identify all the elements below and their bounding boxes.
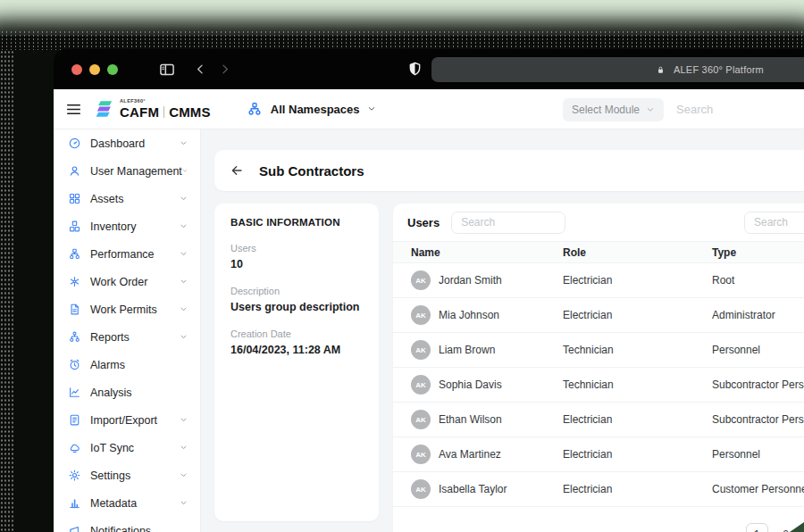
- sidebar-item[interactable]: Metadata: [54, 489, 200, 517]
- work-order-icon: [68, 275, 81, 288]
- table-header-row: Name Role Type: [393, 241, 804, 263]
- sidebar-item[interactable]: Work Permits: [54, 295, 200, 323]
- user-name: Mia Johnson: [439, 309, 499, 321]
- sidebar-item-label: Assets: [90, 193, 124, 205]
- chevron-down-icon: [180, 333, 188, 341]
- analysis-icon: [68, 386, 81, 399]
- traffic-lights: [71, 64, 118, 75]
- sidebar-item[interactable]: Work Order: [54, 268, 200, 295]
- performance-icon: [68, 247, 81, 261]
- table-row[interactable]: AK Isabella Taylor Electrician Customer …: [393, 472, 804, 507]
- sidebar-item-label: Notifications: [90, 525, 151, 532]
- avatar: AK: [411, 479, 431, 499]
- pagination-page-button[interactable]: 1: [746, 523, 768, 532]
- sidebar-item[interactable]: Assets: [54, 185, 200, 212]
- info-field: Users 10: [230, 243, 366, 270]
- user-name: Ethan Wilson: [439, 413, 502, 426]
- basic-information-card: BASIC INFORMATION Users 10 Description U…: [214, 204, 379, 521]
- info-field-label: Users: [230, 243, 366, 254]
- table-row[interactable]: AK Sophia Davis Technician Subcontractor…: [393, 368, 804, 403]
- notifications-icon: [68, 524, 81, 532]
- sidebar-item-label: Settings: [90, 470, 130, 482]
- corner-decoration: [790, 522, 804, 532]
- user-type: Personnel: [712, 344, 804, 356]
- avatar: AK: [411, 445, 431, 464]
- brand-small-label: ALEF360°: [120, 99, 211, 104]
- sidebar-item[interactable]: Reports: [54, 323, 200, 351]
- table-row[interactable]: AK Mia Johnson Electrician Administrator: [393, 298, 804, 333]
- sidebar-item[interactable]: Inventory: [54, 212, 200, 240]
- column-header-role: Role: [563, 246, 712, 259]
- chevron-down-icon: [367, 104, 376, 113]
- users-search-input-right[interactable]: [744, 212, 804, 234]
- maximize-window-button[interactable]: [107, 64, 118, 75]
- sidebar-item[interactable]: Analysis: [54, 378, 200, 406]
- chevron-down-icon: [646, 105, 655, 114]
- chevron-down-icon: [180, 250, 188, 258]
- sidebar-item-label: Work Order: [90, 276, 147, 288]
- users-search-input[interactable]: [451, 212, 565, 234]
- settings-icon: [68, 469, 81, 482]
- user-role: Electrician: [563, 483, 712, 495]
- table-row[interactable]: AK Liam Brown Technician Personnel: [393, 333, 804, 368]
- page-header-card: Sub Contractors: [214, 150, 804, 191]
- sidebar-item[interactable]: Alarms: [54, 351, 200, 378]
- namespace-selector[interactable]: All Namespaces: [247, 101, 376, 117]
- column-header-name: Name: [411, 246, 563, 259]
- chevron-down-icon: [180, 195, 188, 203]
- chevron-down-icon: [180, 139, 188, 147]
- brand-primary-label: CAFM: [120, 105, 159, 119]
- sidebar-item[interactable]: Import/Export: [54, 406, 200, 434]
- brand-logo[interactable]: ALEF360° CAFM CMMS: [93, 98, 211, 121]
- users-table-card: Users Name Role Type: [393, 204, 804, 532]
- user-type: Subcontractor Personnel: [712, 413, 804, 426]
- sidebar-item-label: Work Permits: [90, 303, 157, 316]
- user-type: Root: [712, 274, 804, 287]
- user-name: Ava Martinez: [439, 448, 501, 461]
- user-type: Customer Personnel: [712, 483, 804, 495]
- shield-icon[interactable]: [406, 61, 423, 78]
- table-row[interactable]: AK Jordan Smith Electrician Root: [393, 263, 804, 298]
- close-window-button[interactable]: [71, 64, 82, 75]
- back-arrow-icon[interactable]: [230, 163, 244, 178]
- basic-information-title: BASIC INFORMATION: [230, 217, 366, 228]
- browser-back-icon[interactable]: [194, 62, 207, 76]
- sidebar-item-label: Metadata: [90, 497, 137, 510]
- sidebar-item[interactable]: IoT Sync: [54, 434, 200, 461]
- sidebar-item[interactable]: User Management: [54, 157, 200, 185]
- browser-forward-icon[interactable]: [218, 62, 231, 76]
- browser-sidebar-toggle-icon[interactable]: [158, 61, 176, 79]
- chevron-down-icon: [180, 305, 188, 313]
- hamburger-menu-icon[interactable]: [65, 101, 82, 118]
- user-name: Sophia Davis: [439, 378, 502, 391]
- global-search-input[interactable]: [664, 96, 804, 123]
- minimize-window-button[interactable]: [89, 64, 100, 75]
- avatar: AK: [411, 270, 431, 290]
- sidebar-item[interactable]: Dashboard: [54, 129, 200, 157]
- chevron-down-icon: [180, 471, 188, 479]
- chevron-down-icon: [180, 416, 188, 424]
- table-row[interactable]: AK Ava Martinez Electrician Personnel: [393, 437, 804, 472]
- sidebar-item[interactable]: Settings: [54, 461, 200, 489]
- namespace-label: All Namespaces: [271, 103, 360, 116]
- sidebar-item-label: Alarms: [90, 359, 125, 371]
- sidebar-item[interactable]: Performance: [54, 240, 200, 268]
- sidebar-nav: Dashboard User Management Assets Invento…: [54, 129, 201, 532]
- main-content: Sub Contractors BASIC INFORMATION Users …: [201, 129, 804, 532]
- inventory-icon: [68, 220, 81, 233]
- avatar: AK: [411, 410, 431, 429]
- user-type: Administrator: [712, 309, 804, 321]
- sidebar-item-label: Inventory: [90, 220, 136, 233]
- sidebar-item-label: Dashboard: [90, 137, 145, 150]
- sidebar-item[interactable]: Notifications: [54, 517, 200, 532]
- pagination-prev-icon[interactable]: ‹: [728, 528, 733, 532]
- address-bar[interactable]: ALEF 360° Platform: [431, 57, 804, 82]
- hierarchy-icon: [247, 101, 263, 117]
- browser-titlebar: ALEF 360° Platform: [54, 49, 804, 89]
- module-select-dropdown[interactable]: Select Module: [563, 98, 664, 121]
- app-header: ALEF360° CAFM CMMS All Namespaces Select…: [54, 89, 804, 129]
- user-name: Jordan Smith: [439, 274, 502, 287]
- layers-logo-icon: [93, 98, 116, 121]
- table-row[interactable]: AK Ethan Wilson Electrician Subcontracto…: [393, 403, 804, 437]
- user-type: Subcontractor Personnel: [712, 378, 804, 391]
